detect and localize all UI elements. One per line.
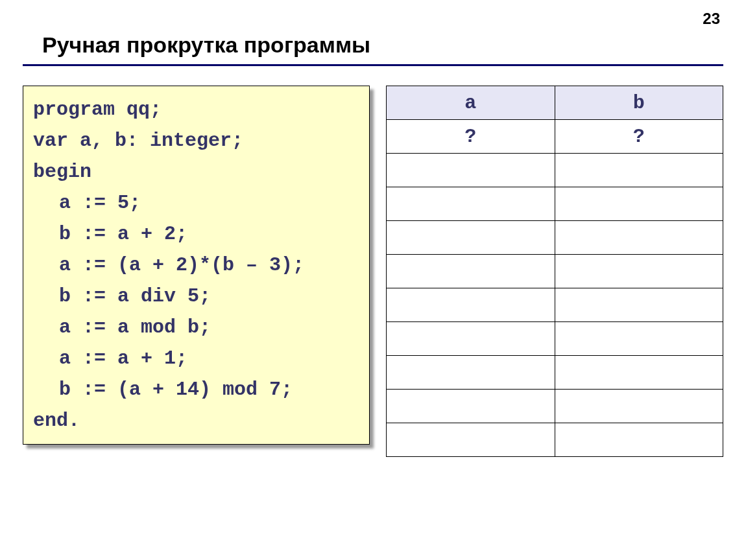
code-line: a := (a + 2)*(b – 3);	[59, 254, 304, 276]
table-row	[387, 356, 723, 390]
code-line: begin	[33, 161, 91, 183]
cell-a	[387, 255, 555, 288]
cell-b	[555, 356, 723, 390]
code-line: a := 5;	[59, 192, 141, 214]
table-row	[387, 154, 723, 187]
code-line: end.	[33, 410, 80, 432]
table-row: ? ?	[387, 120, 723, 154]
table-header-row: a b	[387, 86, 723, 120]
table-row	[387, 288, 723, 322]
cell-b: ?	[555, 120, 723, 154]
cell-b	[555, 187, 723, 221]
table-row	[387, 322, 723, 356]
cell-b	[555, 423, 723, 457]
code-line: a := a mod b;	[59, 316, 211, 338]
table-row	[387, 187, 723, 221]
cell-b	[555, 255, 723, 288]
code-line: b := a + 2;	[59, 223, 187, 245]
code-line: var a, b: integer;	[33, 130, 243, 152]
cell-b	[555, 221, 723, 255]
cell-b	[555, 322, 723, 356]
table-row	[387, 390, 723, 423]
page-number: 23	[703, 10, 720, 28]
table-header-b: b	[555, 86, 723, 120]
cell-a	[387, 288, 555, 322]
code-line: b := a div 5;	[59, 285, 211, 307]
cell-a	[387, 423, 555, 457]
cell-b	[555, 390, 723, 423]
table-row	[387, 221, 723, 255]
cell-a: ?	[387, 120, 555, 154]
cell-b	[555, 154, 723, 187]
slide-title: Ручная прокрутка программы	[42, 32, 723, 58]
cell-a	[387, 187, 555, 221]
code-line: a := a + 1;	[59, 347, 187, 369]
code-block: program qq; var a, b: integer; begin a :…	[23, 86, 370, 445]
code-line: b := (a + 14) mod 7;	[59, 379, 293, 401]
cell-a	[387, 221, 555, 255]
table-row	[387, 255, 723, 288]
table-header-a: a	[387, 86, 555, 120]
title-divider	[23, 64, 723, 66]
cell-a	[387, 322, 555, 356]
cell-a	[387, 356, 555, 390]
code-line: program qq;	[33, 99, 162, 121]
cell-a	[387, 154, 555, 187]
cell-b	[555, 288, 723, 322]
trace-table: a b ? ?	[386, 86, 723, 457]
content-area: program qq; var a, b: integer; begin a :…	[23, 86, 723, 457]
cell-a	[387, 390, 555, 423]
table-row	[387, 423, 723, 457]
